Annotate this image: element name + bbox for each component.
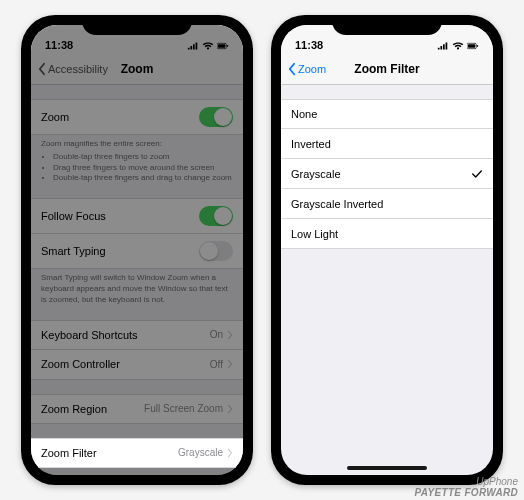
phone-left: 11:38 Accessibility Zoom Zoom: [21, 15, 253, 485]
chevron-right-icon: [227, 330, 233, 340]
focus-group: Follow Focus Smart Typing Smart Typing w…: [31, 198, 243, 305]
follow-focus-row[interactable]: Follow Focus: [31, 198, 243, 234]
region-group: Zoom Region Full Screen Zoom: [31, 394, 243, 424]
watermark-line2: PAYETTE FORWARD: [415, 488, 518, 499]
filter-option-row[interactable]: Inverted: [281, 129, 493, 159]
screenshot-pair: 11:38 Accessibility Zoom Zoom: [0, 0, 524, 500]
signal-icon: [187, 41, 199, 51]
max-zoom-header: MAXIMUM ZOOM LEVEL: [31, 468, 243, 475]
settings-scroll[interactable]: Zoom Zoom magnifies the entire screen: D…: [31, 85, 243, 475]
battery-icon: [217, 41, 229, 51]
back-button[interactable]: Zoom: [287, 62, 326, 76]
zoom-controller-value: Off: [210, 359, 223, 370]
filter-option-row[interactable]: Low Light: [281, 219, 493, 249]
zoom-footer-bullet: Drag three fingers to move around the sc…: [53, 163, 233, 174]
filter-option-row[interactable]: None: [281, 99, 493, 129]
keyboard-shortcuts-label: Keyboard Shortcuts: [41, 329, 138, 341]
notch: [82, 15, 192, 35]
filter-option-label: Grayscale: [291, 168, 341, 180]
zoom-footer-text: Zoom magnifies the entire screen: Double…: [31, 135, 243, 184]
zoom-toggle-row[interactable]: Zoom: [31, 99, 243, 135]
chevron-left-icon: [287, 62, 296, 76]
svg-rect-1: [218, 44, 225, 47]
zoom-controller-row[interactable]: Zoom Controller Off: [31, 350, 243, 380]
status-icons: [187, 41, 229, 51]
zoom-filter-value: Grayscale: [178, 447, 223, 458]
smart-typing-switch[interactable]: [199, 241, 233, 261]
screen-left: 11:38 Accessibility Zoom Zoom: [31, 25, 243, 475]
zoom-controller-label: Zoom Controller: [41, 358, 120, 370]
notch: [332, 15, 442, 35]
nav-bar: Zoom Zoom Filter: [281, 53, 493, 85]
zoom-footer-bullet: Double-tap three fingers and drag to cha…: [53, 173, 233, 184]
nav-bar: Accessibility Zoom: [31, 53, 243, 85]
screen-right: 11:38 Zoom Zoom Filter NoneInvertedGrays…: [281, 25, 493, 475]
zoom-filter-label: Zoom Filter: [41, 447, 97, 459]
wifi-icon: [452, 41, 464, 51]
chevron-right-icon: [227, 448, 233, 458]
zoom-region-label: Zoom Region: [41, 403, 107, 415]
filter-option-label: Low Light: [291, 228, 338, 240]
back-label: Accessibility: [48, 63, 108, 75]
watermark-line1: UpPhone: [415, 477, 518, 488]
chevron-right-icon: [227, 359, 233, 369]
zoom-filter-row[interactable]: Zoom Filter Grayscale: [31, 438, 243, 468]
svg-rect-5: [477, 45, 478, 47]
smart-typing-row[interactable]: Smart Typing: [31, 234, 243, 269]
home-indicator[interactable]: [347, 466, 427, 470]
phone-right: 11:38 Zoom Zoom Filter NoneInvertedGrays…: [271, 15, 503, 485]
filter-option-label: None: [291, 108, 317, 120]
keyboard-shortcuts-row[interactable]: Keyboard Shortcuts On: [31, 320, 243, 350]
zoom-footer-intro: Zoom magnifies the entire screen:: [41, 139, 162, 148]
status-time: 11:38: [45, 39, 73, 51]
checkmark-icon: [471, 168, 483, 180]
smart-typing-footer: Smart Typing will switch to Window Zoom …: [31, 269, 243, 305]
keyboard-shortcuts-value: On: [210, 329, 223, 340]
watermark: UpPhone PAYETTE FORWARD: [415, 477, 518, 498]
chevron-right-icon: [227, 404, 233, 414]
filter-options-group: NoneInvertedGrayscaleGrayscale InvertedL…: [281, 99, 493, 249]
svg-rect-2: [227, 45, 228, 47]
chevron-left-icon: [37, 62, 46, 76]
signal-icon: [437, 41, 449, 51]
back-button[interactable]: Accessibility: [37, 62, 108, 76]
filter-group: Zoom Filter Grayscale: [31, 438, 243, 468]
filter-option-label: Inverted: [291, 138, 331, 150]
zoom-toggle-label: Zoom: [41, 111, 69, 123]
follow-focus-switch[interactable]: [199, 206, 233, 226]
wifi-icon: [202, 41, 214, 51]
filter-option-label: Grayscale Inverted: [291, 198, 383, 210]
smart-typing-label: Smart Typing: [41, 245, 106, 257]
svg-rect-4: [468, 44, 475, 47]
zoom-toggle-switch[interactable]: [199, 107, 233, 127]
back-label: Zoom: [298, 63, 326, 75]
battery-icon: [467, 41, 479, 51]
status-time: 11:38: [295, 39, 323, 51]
controls-group: Keyboard Shortcuts On Zoom Controller Of…: [31, 320, 243, 380]
zoom-toggle-group: Zoom Zoom magnifies the entire screen: D…: [31, 99, 243, 184]
status-icons: [437, 41, 479, 51]
follow-focus-label: Follow Focus: [41, 210, 106, 222]
zoom-footer-bullet: Double-tap three fingers to zoom: [53, 152, 233, 163]
filter-list[interactable]: NoneInvertedGrayscaleGrayscale InvertedL…: [281, 85, 493, 475]
filter-option-row[interactable]: Grayscale: [281, 159, 493, 189]
zoom-region-value: Full Screen Zoom: [144, 403, 223, 414]
zoom-region-row[interactable]: Zoom Region Full Screen Zoom: [31, 394, 243, 424]
filter-option-row[interactable]: Grayscale Inverted: [281, 189, 493, 219]
